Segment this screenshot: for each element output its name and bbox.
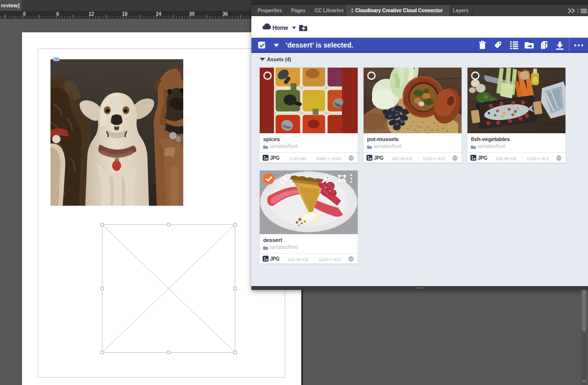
svg-text:Home: Home <box>272 24 288 31</box>
svg-text:'dessert' is selected.: 'dessert' is selected. <box>286 41 353 49</box>
svg-text:Assets (4): Assets (4) <box>267 56 291 62</box>
